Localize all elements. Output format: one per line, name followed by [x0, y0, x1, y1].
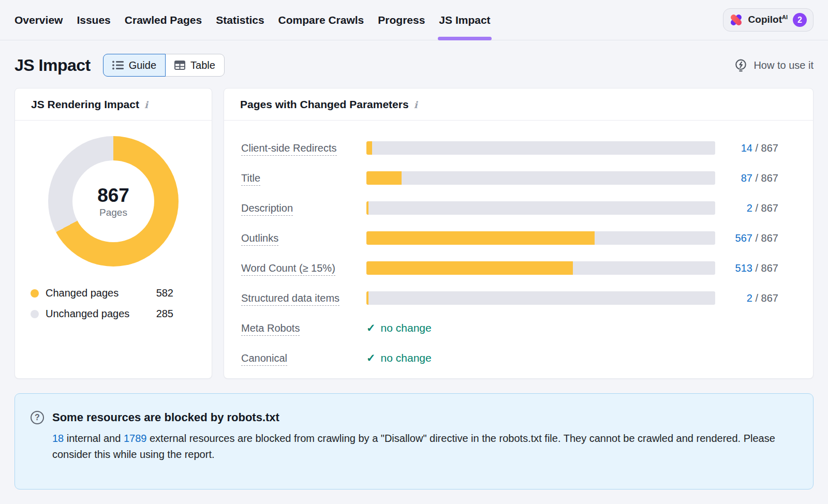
parameter-row-client-side-redirects: Client-side Redirects14 / 867 — [241, 139, 778, 157]
top-nav: OverviewIssuesCrawled PagesStatisticsCom… — [0, 0, 828, 40]
parameter-total: / 867 — [752, 262, 778, 274]
copilot-button[interactable]: CopilotAI 2 — [723, 8, 814, 32]
nav-tab-overview[interactable]: Overview — [14, 0, 63, 40]
nav-tab-statistics[interactable]: Statistics — [216, 0, 264, 40]
check-icon: ✓ — [366, 352, 376, 364]
parameter-count-link[interactable]: 2 — [747, 202, 752, 214]
table-view-label: Table — [190, 60, 215, 71]
status-text: no change — [381, 322, 432, 334]
copilot-count-badge: 2 — [793, 13, 807, 27]
donut-center: 867 Pages — [72, 160, 154, 242]
parameter-bar — [366, 171, 715, 185]
lightbulb-icon — [734, 58, 748, 72]
nav-tab-crawled-pages[interactable]: Crawled Pages — [125, 0, 202, 40]
guide-view-label: Guide — [129, 60, 156, 71]
robots-blocked-info-box: ? Some resources are blocked by robots.t… — [14, 393, 814, 490]
parameter-link-canonical[interactable]: Canonical — [241, 352, 287, 366]
js-rendering-impact-card: JS Rendering Impact i 867 Pages Changed … — [14, 88, 212, 379]
parameter-link-title[interactable]: Title — [241, 172, 260, 186]
parameter-value: 2 / 867 — [715, 202, 778, 214]
nav-tab-issues[interactable]: Issues — [77, 0, 110, 40]
parameter-link-meta-robots[interactable]: Meta Robots — [241, 322, 300, 336]
list-icon — [112, 61, 124, 70]
donut-legend: Changed pages582Unchanged pages285 — [31, 287, 173, 320]
parameter-count-link[interactable]: 2 — [747, 292, 752, 304]
check-icon: ✓ — [366, 322, 376, 334]
parameter-count-link[interactable]: 87 — [741, 172, 752, 184]
copilot-label: CopilotAI — [748, 14, 788, 25]
nav-tabs: OverviewIssuesCrawled PagesStatisticsCom… — [14, 0, 491, 40]
parameter-link-word-count-15[interactable]: Word Count (≥ 15%) — [241, 262, 335, 276]
parameter-count-link[interactable]: 513 — [735, 262, 752, 274]
parameter-count-link[interactable]: 567 — [735, 232, 752, 244]
parameter-rows: Client-side Redirects14 / 867Title87 / 8… — [224, 121, 813, 367]
parameter-row-description: Description2 / 867 — [241, 199, 778, 217]
parameter-link-outlinks[interactable]: Outlinks — [241, 232, 278, 246]
donut-total-label: Pages — [99, 207, 127, 218]
question-circle-icon: ? — [31, 411, 44, 424]
parameter-value: 87 / 867 — [715, 172, 778, 184]
legend-label: Unchanged pages — [46, 308, 129, 320]
nav-tab-compare-crawls[interactable]: Compare Crawls — [278, 0, 364, 40]
info-icon[interactable]: i — [144, 99, 148, 110]
guide-view-button[interactable]: Guide — [103, 54, 166, 77]
parameter-bar-fill — [366, 291, 368, 305]
parameter-row-canonical: Canonical✓no change — [241, 349, 778, 367]
parameter-status: ✓no change — [366, 352, 778, 364]
parameter-bar — [366, 141, 715, 155]
parameter-value: 567 / 867 — [715, 232, 778, 244]
parameter-total: / 867 — [752, 202, 778, 214]
parameter-total: / 867 — [752, 142, 778, 154]
parameter-row-structured-data-items: Structured data items2 / 867 — [241, 289, 778, 307]
parameter-link-structured-data-items[interactable]: Structured data items — [241, 292, 339, 306]
parameter-total: / 867 — [752, 172, 778, 184]
donut-chart: 867 Pages — [48, 136, 179, 266]
nav-tab-progress[interactable]: Progress — [378, 0, 425, 40]
parameter-row-word-count-15: Word Count (≥ 15%)513 / 867 — [241, 259, 778, 277]
info-icon[interactable]: i — [414, 99, 418, 110]
copilot-icon — [729, 13, 743, 27]
parameter-row-outlinks: Outlinks567 / 867 — [241, 229, 778, 247]
parameter-bar — [366, 261, 715, 275]
legend-item-changed-pages: Changed pages582 — [31, 287, 173, 299]
parameter-status: ✓no change — [366, 322, 778, 334]
external-resources-link[interactable]: 1789 — [124, 433, 147, 444]
view-toggle: Guide Table — [103, 54, 225, 77]
parameter-link-client-side-redirects[interactable]: Client-side Redirects — [241, 142, 337, 156]
legend-dot — [31, 310, 39, 318]
how-to-use-link[interactable]: How to use it — [734, 58, 814, 72]
parameter-value: 513 / 867 — [715, 262, 778, 274]
changed-parameters-header: Pages with Changed Parameters i — [224, 88, 813, 121]
page-title: JS Impact — [14, 56, 91, 75]
parameter-total: / 867 — [752, 232, 778, 244]
parameter-value: 2 / 867 — [715, 292, 778, 304]
parameter-bar — [366, 231, 715, 245]
parameter-bar-fill — [366, 141, 372, 155]
status-text: no change — [381, 352, 432, 364]
parameter-row-meta-robots: Meta Robots✓no change — [241, 319, 778, 337]
table-view-button[interactable]: Table — [165, 54, 225, 77]
parameter-total: / 867 — [752, 292, 778, 304]
info-box-text: 18 internal and 1789 external resources … — [52, 431, 792, 463]
nav-tab-js-impact[interactable]: JS Impact — [439, 0, 490, 40]
parameter-bar — [366, 291, 715, 305]
internal-resources-link[interactable]: 18 — [52, 433, 64, 444]
parameter-bar — [366, 201, 715, 215]
changed-parameters-title: Pages with Changed Parameters — [240, 98, 409, 111]
legend-dot — [31, 289, 39, 298]
js-rendering-impact-title: JS Rendering Impact — [31, 98, 139, 111]
changed-parameters-card: Pages with Changed Parameters i Client-s… — [224, 88, 814, 379]
parameter-bar-fill — [366, 171, 402, 185]
main-content: JS Rendering Impact i 867 Pages Changed … — [0, 88, 828, 379]
parameter-count-link[interactable]: 14 — [741, 142, 752, 154]
legend-label: Changed pages — [46, 287, 119, 299]
legend-item-unchanged-pages: Unchanged pages285 — [31, 308, 173, 320]
page-header: JS Impact Guide Table How to use — [0, 40, 828, 88]
how-to-use-label: How to use it — [753, 60, 814, 71]
parameter-row-title: Title87 / 867 — [241, 169, 778, 187]
parameter-link-description[interactable]: Description — [241, 202, 293, 216]
table-icon — [174, 61, 185, 70]
parameter-value: 14 / 867 — [715, 142, 778, 154]
info-box-title: Some resources are blocked by robots.txt — [52, 411, 279, 424]
js-rendering-impact-header: JS Rendering Impact i — [15, 88, 212, 121]
